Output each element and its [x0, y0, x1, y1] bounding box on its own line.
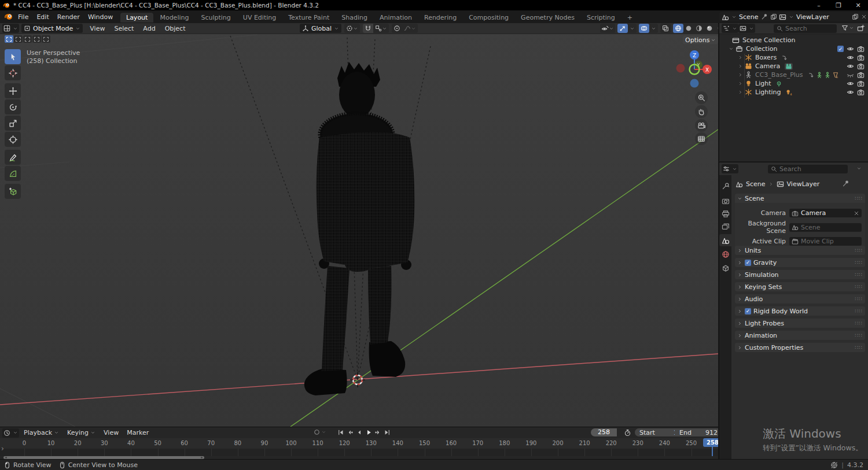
tool-add-cube[interactable] [5, 184, 21, 199]
field-input[interactable]: Camera [789, 209, 862, 217]
properties-search-input[interactable] [768, 165, 848, 173]
outliner-row-light[interactable]: Light [719, 79, 868, 88]
scrollbar-handle-right[interactable] [201, 457, 203, 458]
proportional-edit-button[interactable] [392, 24, 402, 33]
properties-tab-object[interactable] [719, 262, 731, 274]
current-frame-field[interactable]: 258 [591, 428, 617, 436]
expand-icon[interactable] [738, 64, 743, 69]
panel-keying-sets[interactable]: Keying Sets∷∷ [735, 282, 865, 291]
orientation-selector[interactable]: Global [300, 24, 341, 33]
timeline-menu-marker[interactable]: Marker [123, 427, 153, 438]
field-input[interactable]: Movie Clip [789, 237, 862, 246]
panel-drag-dots[interactable]: ∷∷ [855, 272, 863, 277]
tab-modeling[interactable]: Modeling [154, 13, 194, 23]
nav-orthographic-grid-button[interactable] [695, 132, 708, 145]
mode-selector[interactable]: Object Mode [21, 24, 83, 33]
properties-editor-type-button[interactable] [722, 164, 738, 173]
panel-audio[interactable]: Audio∷∷ [735, 294, 865, 304]
timeline-menu-keying[interactable]: Keying [63, 427, 100, 438]
tab-texture-paint[interactable]: Texture Paint [282, 13, 335, 23]
shading-rendered-button[interactable] [704, 24, 715, 33]
overlays-dropdown[interactable] [649, 24, 658, 33]
viewport-menu-select[interactable]: Select [109, 24, 138, 33]
overlays-toggle-button[interactable] [639, 24, 649, 33]
breadcrumb-scene[interactable]: Scene [746, 180, 766, 188]
previous-keyframe-button[interactable] [346, 428, 354, 436]
nav-zoom-button[interactable] [695, 91, 708, 104]
navigation-gizmo[interactable]: Z X Y [671, 47, 718, 92]
scene-selector[interactable]: Scene [719, 12, 778, 21]
shading-solid-button[interactable] [683, 24, 694, 33]
panel-drag-dots[interactable]: ∷∷ [855, 260, 863, 265]
panel-drag-dots[interactable]: ∷∷ [855, 195, 863, 201]
frame-end-field[interactable]: End912 [675, 428, 718, 436]
breadcrumb-viewlayer[interactable]: ViewLayer [787, 180, 820, 188]
field-input[interactable]: Scene [789, 223, 862, 232]
timeline-editor-type-button[interactable] [2, 428, 19, 438]
panel-custom-properties[interactable]: Custom Properties∷∷ [735, 343, 865, 352]
panel-drag-dots[interactable]: ∷∷ [855, 284, 863, 290]
outliner-row-cc3-base-plus[interactable]: CC3_Base_Plus1 [719, 71, 868, 79]
menu-edit[interactable]: Edit [32, 10, 53, 23]
disable-render-icon[interactable] [857, 54, 865, 61]
new-collection-button[interactable] [857, 24, 865, 34]
expand-icon[interactable] [738, 72, 743, 77]
new-scene-icon[interactable] [770, 13, 777, 20]
tool-scale[interactable] [5, 116, 21, 131]
tab-animation[interactable]: Animation [374, 13, 418, 23]
properties-tab-render[interactable] [719, 195, 731, 207]
close-button[interactable]: ✕ [848, 2, 868, 9]
proportional-falloff-button[interactable] [402, 24, 418, 33]
expand-icon[interactable] [738, 81, 743, 86]
pivot-point-button[interactable] [344, 24, 360, 33]
outliner-display-mode-button[interactable] [738, 24, 755, 33]
pin-icon[interactable] [761, 13, 768, 20]
panel-drag-dots[interactable]: ∷∷ [855, 320, 863, 326]
outliner-filter-button[interactable] [841, 24, 854, 31]
remove-viewlayer-icon[interactable] [861, 14, 867, 20]
jump-to-start-button[interactable] [337, 428, 345, 436]
tool-cursor[interactable] [5, 65, 21, 80]
playhead-tag[interactable]: 258 [703, 438, 718, 447]
timeline-menu-playback[interactable]: Playback [20, 427, 63, 438]
panel-rigid-body-world[interactable]: ✓Rigid Body World∷∷ [735, 306, 865, 316]
hidden-eye-icon[interactable] [847, 71, 854, 79]
tab-layout[interactable]: Layout [120, 13, 153, 23]
tab-shading[interactable]: Shading [336, 13, 373, 23]
properties-tab-world[interactable] [719, 248, 731, 260]
select-mode-extend[interactable] [14, 35, 23, 43]
outliner-search-input[interactable] [774, 24, 837, 33]
select-mode-subtract[interactable] [23, 35, 32, 43]
properties-options-button[interactable] [856, 165, 862, 173]
jump-to-end-button[interactable] [383, 428, 391, 436]
gizmos-dropdown[interactable] [628, 24, 637, 33]
collapse-icon[interactable] [729, 46, 734, 51]
collection-checkbox[interactable]: ✓ [837, 46, 844, 52]
pin-id-icon[interactable] [842, 180, 849, 187]
minimize-button[interactable]: – [809, 2, 829, 9]
outliner-editor-type-button[interactable] [722, 24, 738, 33]
panel-drag-dots[interactable]: ∷∷ [855, 247, 863, 253]
disable-render-icon[interactable] [857, 62, 865, 70]
viewport-menu-view[interactable]: View [85, 24, 109, 33]
autokey-button[interactable] [313, 428, 326, 436]
outliner-row-scene-collection[interactable]: Scene Collection [719, 36, 868, 45]
timeline-expand-arrow[interactable]: › [1, 445, 4, 453]
viewport-menu-object[interactable]: Object [160, 24, 190, 33]
menu-window[interactable]: Window [84, 10, 117, 23]
disable-render-icon[interactable] [857, 71, 865, 79]
select-mode-intersect[interactable] [42, 35, 50, 43]
tab--[interactable]: + [621, 13, 638, 23]
nav-pan-button[interactable] [695, 105, 708, 118]
hide-eye-icon[interactable] [847, 62, 854, 70]
disable-render-icon[interactable] [857, 45, 865, 53]
select-mode-set[interactable] [5, 35, 13, 43]
properties-tab-tool[interactable] [719, 180, 731, 192]
scene-panel-header[interactable]: Scene∷∷ [735, 194, 865, 203]
use-preview-range-icon[interactable] [624, 429, 631, 436]
panel-drag-dots[interactable]: ∷∷ [855, 345, 863, 350]
next-keyframe-button[interactable] [374, 428, 382, 436]
tab-uv-editing[interactable]: UV Editing [237, 13, 282, 23]
menu-file[interactable]: File [14, 10, 32, 23]
tool-measure[interactable] [5, 166, 21, 181]
